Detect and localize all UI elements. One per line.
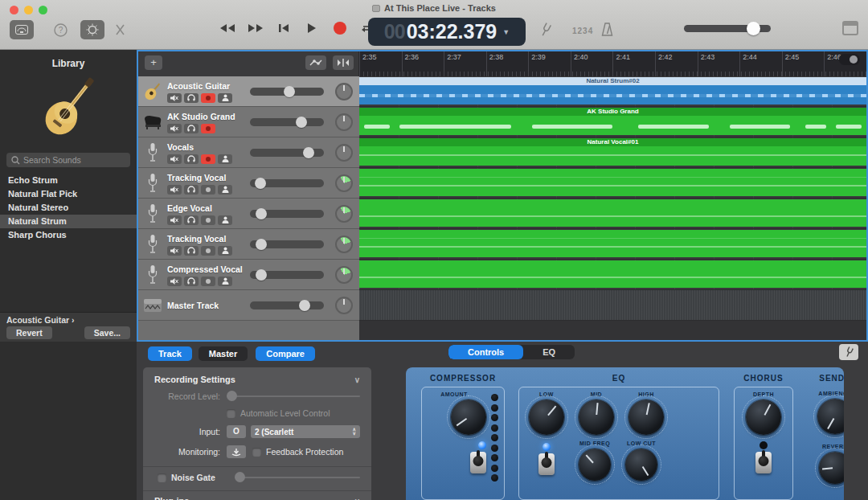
record-enable-button[interactable] xyxy=(201,246,215,256)
pan-knob[interactable] xyxy=(335,297,353,314)
track-header-tracking-vocal-2[interactable]: Tracking Vocal xyxy=(138,229,359,260)
input-monitor-button[interactable] xyxy=(218,215,232,225)
patch-breadcrumb[interactable]: Acoustic Guitar › xyxy=(0,313,137,325)
lane-compressed-vocal[interactable] xyxy=(359,260,866,290)
lane-vocals[interactable]: Natural Vocal#01 xyxy=(359,137,866,168)
input-monitor-button[interactable] xyxy=(218,277,232,286)
add-track-button[interactable]: + xyxy=(145,55,162,70)
volume-slider[interactable] xyxy=(250,88,324,96)
metronome-button[interactable] xyxy=(601,23,613,36)
input-monitor-button[interactable] xyxy=(218,93,232,103)
track-header-compressed-vocal[interactable]: Compressed Vocal xyxy=(138,260,359,290)
tuner-panel-button[interactable] xyxy=(839,344,858,360)
tab-track[interactable]: Track xyxy=(148,346,192,361)
catch-playhead-button[interactable] xyxy=(333,55,354,70)
noise-gate-slider[interactable] xyxy=(235,473,360,482)
pan-knob[interactable] xyxy=(335,83,353,100)
display-mode-button[interactable] xyxy=(842,21,858,35)
pan-knob[interactable] xyxy=(335,174,353,192)
auto-level-checkbox[interactable] xyxy=(227,409,235,418)
track-header-master[interactable]: Master Track xyxy=(138,290,359,321)
library-item-natural-strum[interactable]: Natural Strum xyxy=(0,215,137,228)
eq-switch[interactable] xyxy=(538,453,555,475)
input-monitor-button[interactable] xyxy=(218,246,232,256)
rewind-button[interactable] xyxy=(219,19,236,37)
eq-high-knob[interactable] xyxy=(628,400,664,435)
volume-slider[interactable] xyxy=(250,149,324,157)
region-audio[interactable] xyxy=(359,260,866,288)
tab-master[interactable]: Master xyxy=(199,346,248,361)
input-format-button[interactable]: O xyxy=(227,425,246,438)
stepper-icons[interactable]: ∧∨ xyxy=(353,428,356,436)
lane-master[interactable] xyxy=(359,290,866,321)
library-item-natural-flat-pick[interactable]: Natural Flat Pick xyxy=(0,187,137,201)
pan-knob[interactable] xyxy=(335,266,353,284)
record-enable-button[interactable] xyxy=(201,124,215,133)
pan-knob[interactable] xyxy=(335,236,353,253)
play-button[interactable] xyxy=(303,19,321,37)
solo-button[interactable] xyxy=(184,154,199,164)
solo-button[interactable] xyxy=(184,215,199,225)
sends-ambience-knob[interactable] xyxy=(817,399,844,434)
pan-knob[interactable] xyxy=(335,113,353,131)
chorus-depth-knob[interactable] xyxy=(746,400,781,435)
volume-thumb[interactable] xyxy=(256,208,267,219)
tab-eq[interactable]: EQ xyxy=(523,345,575,359)
chevron-down-icon[interactable]: ∨ xyxy=(354,375,360,384)
eq-low-knob[interactable] xyxy=(529,400,564,435)
record-enable-button[interactable] xyxy=(201,154,215,164)
region-natural-strum[interactable]: Natural Strum#02 xyxy=(359,77,866,105)
feedback-protection-checkbox[interactable] xyxy=(252,448,261,457)
save-button[interactable]: Save... xyxy=(84,326,130,339)
volume-thumb[interactable] xyxy=(303,147,314,158)
record-button[interactable] xyxy=(331,19,349,37)
solo-button[interactable] xyxy=(184,124,199,133)
go-to-beginning-button[interactable] xyxy=(275,19,293,37)
volume-slider[interactable] xyxy=(250,118,324,126)
record-level-slider[interactable] xyxy=(227,392,360,400)
master-volume-thumb[interactable] xyxy=(747,22,760,35)
record-enable-button[interactable] xyxy=(201,277,215,286)
solo-button[interactable] xyxy=(184,246,199,256)
mute-button[interactable] xyxy=(167,93,182,103)
track-header-vocals[interactable]: Vocals xyxy=(138,137,359,168)
eq-low-cut-knob[interactable] xyxy=(625,449,657,481)
input-source-dropdown[interactable]: 2 (Scarlett ∧∨ xyxy=(251,425,360,438)
lane-ak-studio-grand[interactable]: AK Studio Grand xyxy=(359,107,866,137)
tab-controls[interactable]: Controls xyxy=(448,345,523,359)
region-audio[interactable] xyxy=(359,230,866,257)
volume-thumb[interactable] xyxy=(255,178,266,189)
timeline-ruler[interactable]: 2:35 2:36 2:37 2:38 2:39 2:40 2:41 2:42 … xyxy=(359,51,866,76)
mute-button[interactable] xyxy=(167,154,182,164)
record-enable-button[interactable] xyxy=(201,93,215,103)
mute-button[interactable] xyxy=(167,215,182,225)
pan-knob[interactable] xyxy=(335,144,353,162)
count-in-button[interactable]: 1234 xyxy=(572,27,593,35)
mute-button[interactable] xyxy=(167,246,182,256)
forward-button[interactable] xyxy=(247,19,264,37)
volume-thumb[interactable] xyxy=(296,117,307,128)
region-natural-vocal[interactable]: Natural Vocal#01 xyxy=(359,138,866,166)
pan-knob[interactable] xyxy=(335,205,353,223)
lane-acoustic-guitar[interactable]: Natural Strum#02 xyxy=(359,76,866,107)
volume-thumb[interactable] xyxy=(284,86,295,97)
lcd-display[interactable]: 00 03:22.379 ▼ xyxy=(368,18,526,46)
tuner-button[interactable] xyxy=(540,23,551,37)
noise-gate-thumb[interactable] xyxy=(235,472,245,482)
volume-slider[interactable] xyxy=(250,271,324,279)
volume-slider[interactable] xyxy=(250,210,324,218)
mute-button[interactable] xyxy=(167,185,182,195)
search-sounds-field[interactable] xyxy=(6,153,130,167)
eq-mid-knob[interactable] xyxy=(579,400,614,435)
library-item-echo-strum[interactable]: Echo Strum xyxy=(0,174,137,187)
volume-thumb[interactable] xyxy=(256,269,267,281)
solo-button[interactable] xyxy=(184,277,199,286)
track-header-edge-vocal[interactable]: Edge Vocal xyxy=(138,199,359,229)
lane-edge-vocal[interactable] xyxy=(359,199,866,229)
volume-slider[interactable] xyxy=(250,240,324,248)
library-item-sharp-chorus[interactable]: Sharp Chorus xyxy=(0,228,137,242)
mute-button[interactable] xyxy=(167,277,182,286)
library-item-natural-stereo[interactable]: Natural Stereo xyxy=(0,201,137,215)
region-audio[interactable] xyxy=(359,169,866,196)
compressor-switch[interactable] xyxy=(470,452,486,473)
